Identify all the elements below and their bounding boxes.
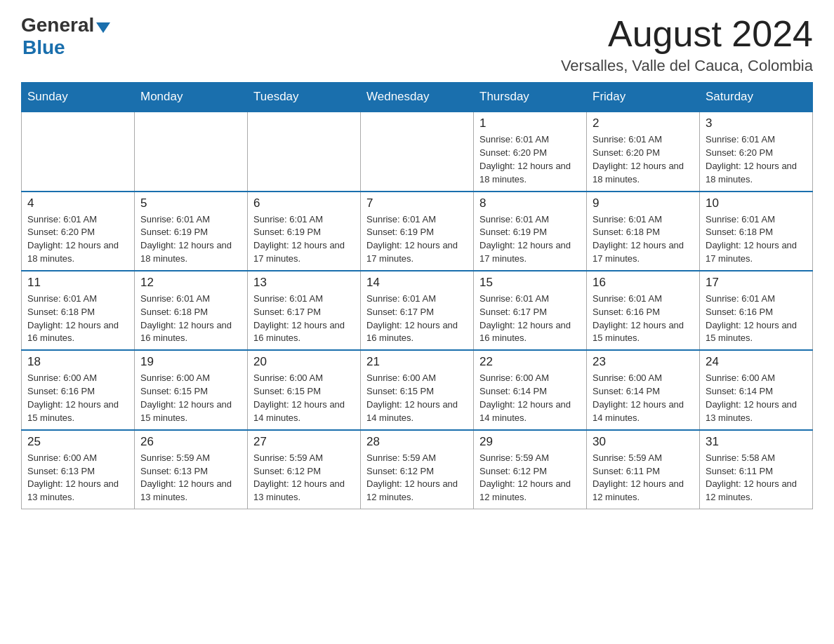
calendar-cell: 30Sunrise: 5:59 AM Sunset: 6:11 PM Dayli… <box>587 430 700 509</box>
day-number: 13 <box>253 276 355 290</box>
logo-triangle <box>96 22 110 33</box>
day-number: 8 <box>479 196 581 210</box>
calendar-cell: 17Sunrise: 6:01 AM Sunset: 6:16 PM Dayli… <box>700 271 813 350</box>
day-number: 26 <box>140 435 241 449</box>
calendar-cell: 24Sunrise: 6:00 AM Sunset: 6:14 PM Dayli… <box>700 350 813 429</box>
day-number: 18 <box>27 355 128 369</box>
day-info: Sunrise: 6:00 AM Sunset: 6:16 PM Dayligh… <box>27 372 128 424</box>
day-info: Sunrise: 5:59 AM Sunset: 6:13 PM Dayligh… <box>140 452 241 504</box>
calendar-cell: 10Sunrise: 6:01 AM Sunset: 6:18 PM Dayli… <box>700 192 813 271</box>
day-info: Sunrise: 5:59 AM Sunset: 6:11 PM Dayligh… <box>593 452 694 504</box>
day-info: Sunrise: 6:01 AM Sunset: 6:18 PM Dayligh… <box>706 213 807 266</box>
day-number: 17 <box>706 276 807 290</box>
day-info: Sunrise: 6:00 AM Sunset: 6:15 PM Dayligh… <box>366 372 468 424</box>
calendar-cell: 22Sunrise: 6:00 AM Sunset: 6:14 PM Dayli… <box>474 350 587 429</box>
day-number: 24 <box>706 355 807 369</box>
day-number: 1 <box>479 116 581 130</box>
calendar-cell: 4Sunrise: 6:01 AM Sunset: 6:20 PM Daylig… <box>22 192 135 271</box>
page-header: General Blue August 2024 Versalles, Vall… <box>21 14 813 75</box>
day-info: Sunrise: 6:01 AM Sunset: 6:20 PM Dayligh… <box>593 133 694 186</box>
calendar-cell: 1Sunrise: 6:01 AM Sunset: 6:20 PM Daylig… <box>474 112 587 191</box>
day-number: 27 <box>253 435 355 449</box>
day-info: Sunrise: 6:01 AM Sunset: 6:19 PM Dayligh… <box>140 213 241 266</box>
calendar-cell: 11Sunrise: 6:01 AM Sunset: 6:18 PM Dayli… <box>22 271 135 350</box>
calendar-cell: 18Sunrise: 6:00 AM Sunset: 6:16 PM Dayli… <box>22 350 135 429</box>
day-info: Sunrise: 6:01 AM Sunset: 6:17 PM Dayligh… <box>366 293 468 345</box>
calendar-cell: 12Sunrise: 6:01 AM Sunset: 6:18 PM Dayli… <box>135 271 248 350</box>
day-info: Sunrise: 5:59 AM Sunset: 6:12 PM Dayligh… <box>253 452 355 504</box>
day-number: 7 <box>366 196 468 210</box>
calendar-cell: 19Sunrise: 6:00 AM Sunset: 6:15 PM Dayli… <box>135 350 248 429</box>
day-number: 11 <box>27 276 128 290</box>
day-of-week-header: Tuesday <box>248 83 361 112</box>
calendar-week-row: 25Sunrise: 6:00 AM Sunset: 6:13 PM Dayli… <box>22 430 813 509</box>
logo: General Blue <box>21 14 110 59</box>
day-info: Sunrise: 6:00 AM Sunset: 6:15 PM Dayligh… <box>253 372 355 424</box>
day-number: 12 <box>140 276 241 290</box>
day-number: 3 <box>706 116 807 130</box>
month-title: August 2024 <box>561 14 813 54</box>
calendar-cell: 5Sunrise: 6:01 AM Sunset: 6:19 PM Daylig… <box>135 192 248 271</box>
day-info: Sunrise: 6:01 AM Sunset: 6:18 PM Dayligh… <box>140 293 241 345</box>
logo-text-general: General <box>21 14 94 36</box>
calendar-cell <box>22 112 135 191</box>
calendar-cell: 2Sunrise: 6:01 AM Sunset: 6:20 PM Daylig… <box>587 112 700 191</box>
calendar-cell: 14Sunrise: 6:01 AM Sunset: 6:17 PM Dayli… <box>361 271 474 350</box>
day-number: 10 <box>706 196 807 210</box>
day-info: Sunrise: 6:01 AM Sunset: 6:19 PM Dayligh… <box>366 213 468 266</box>
calendar-cell: 25Sunrise: 6:00 AM Sunset: 6:13 PM Dayli… <box>22 430 135 509</box>
day-info: Sunrise: 6:01 AM Sunset: 6:17 PM Dayligh… <box>479 293 581 345</box>
day-number: 22 <box>479 355 581 369</box>
calendar-cell: 16Sunrise: 6:01 AM Sunset: 6:16 PM Dayli… <box>587 271 700 350</box>
day-info: Sunrise: 6:01 AM Sunset: 6:20 PM Dayligh… <box>479 133 581 186</box>
day-info: Sunrise: 6:01 AM Sunset: 6:16 PM Dayligh… <box>706 293 807 345</box>
calendar-week-row: 4Sunrise: 6:01 AM Sunset: 6:20 PM Daylig… <box>22 192 813 271</box>
day-info: Sunrise: 6:00 AM Sunset: 6:14 PM Dayligh… <box>479 372 581 424</box>
calendar-cell: 21Sunrise: 6:00 AM Sunset: 6:15 PM Dayli… <box>361 350 474 429</box>
day-of-week-header: Sunday <box>22 83 135 112</box>
day-info: Sunrise: 6:00 AM Sunset: 6:13 PM Dayligh… <box>27 452 128 504</box>
day-info: Sunrise: 6:01 AM Sunset: 6:16 PM Dayligh… <box>593 293 694 345</box>
day-number: 15 <box>479 276 581 290</box>
day-number: 25 <box>27 435 128 449</box>
day-info: Sunrise: 6:00 AM Sunset: 6:15 PM Dayligh… <box>140 372 241 424</box>
title-section: August 2024 Versalles, Valle del Cauca, … <box>561 14 813 75</box>
calendar-week-row: 1Sunrise: 6:01 AM Sunset: 6:20 PM Daylig… <box>22 112 813 191</box>
day-info: Sunrise: 6:01 AM Sunset: 6:18 PM Dayligh… <box>593 213 694 266</box>
calendar-table: SundayMondayTuesdayWednesdayThursdayFrid… <box>21 82 813 509</box>
logo-text-blue: Blue <box>22 36 65 58</box>
day-number: 21 <box>366 355 468 369</box>
day-number: 6 <box>253 196 355 210</box>
day-info: Sunrise: 6:01 AM Sunset: 6:20 PM Dayligh… <box>27 213 128 266</box>
day-number: 16 <box>593 276 694 290</box>
calendar-cell: 7Sunrise: 6:01 AM Sunset: 6:19 PM Daylig… <box>361 192 474 271</box>
day-info: Sunrise: 6:00 AM Sunset: 6:14 PM Dayligh… <box>706 372 807 424</box>
day-info: Sunrise: 6:01 AM Sunset: 6:19 PM Dayligh… <box>253 213 355 266</box>
day-number: 9 <box>593 196 694 210</box>
day-number: 30 <box>593 435 694 449</box>
calendar-cell <box>248 112 361 191</box>
calendar-cell: 9Sunrise: 6:01 AM Sunset: 6:18 PM Daylig… <box>587 192 700 271</box>
day-number: 19 <box>140 355 241 369</box>
calendar-cell: 31Sunrise: 5:58 AM Sunset: 6:11 PM Dayli… <box>700 430 813 509</box>
day-number: 29 <box>479 435 581 449</box>
calendar-cell: 27Sunrise: 5:59 AM Sunset: 6:12 PM Dayli… <box>248 430 361 509</box>
day-info: Sunrise: 5:58 AM Sunset: 6:11 PM Dayligh… <box>706 452 807 504</box>
day-of-week-header: Wednesday <box>361 83 474 112</box>
day-number: 5 <box>140 196 241 210</box>
day-of-week-header: Thursday <box>474 83 587 112</box>
day-number: 31 <box>706 435 807 449</box>
calendar-cell: 15Sunrise: 6:01 AM Sunset: 6:17 PM Dayli… <box>474 271 587 350</box>
calendar-cell: 29Sunrise: 5:59 AM Sunset: 6:12 PM Dayli… <box>474 430 587 509</box>
calendar-cell: 28Sunrise: 5:59 AM Sunset: 6:12 PM Dayli… <box>361 430 474 509</box>
day-number: 28 <box>366 435 468 449</box>
day-info: Sunrise: 6:01 AM Sunset: 6:17 PM Dayligh… <box>253 293 355 345</box>
day-info: Sunrise: 6:01 AM Sunset: 6:18 PM Dayligh… <box>27 293 128 345</box>
calendar-cell: 13Sunrise: 6:01 AM Sunset: 6:17 PM Dayli… <box>248 271 361 350</box>
calendar-cell <box>135 112 248 191</box>
calendar-cell: 8Sunrise: 6:01 AM Sunset: 6:19 PM Daylig… <box>474 192 587 271</box>
day-info: Sunrise: 6:01 AM Sunset: 6:20 PM Dayligh… <box>706 133 807 186</box>
location-subtitle: Versalles, Valle del Cauca, Colombia <box>561 57 813 75</box>
calendar-week-row: 11Sunrise: 6:01 AM Sunset: 6:18 PM Dayli… <box>22 271 813 350</box>
calendar-cell: 3Sunrise: 6:01 AM Sunset: 6:20 PM Daylig… <box>700 112 813 191</box>
